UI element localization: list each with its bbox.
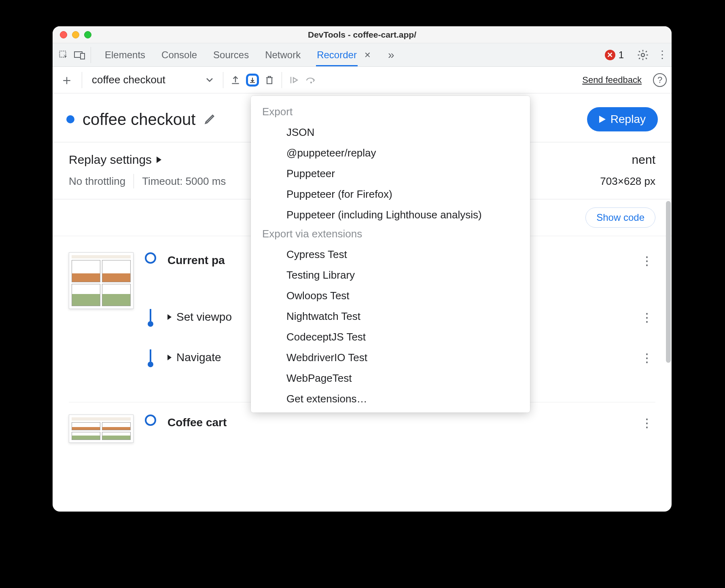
export-puppeteer[interactable]: Puppeteer xyxy=(251,163,530,184)
recording-title: coffee checkout xyxy=(83,110,195,129)
timeline-node-icon xyxy=(145,415,156,426)
replay-button[interactable]: Replay xyxy=(587,107,658,131)
export-ext-header: Export via extensions xyxy=(251,225,530,244)
delete-button[interactable] xyxy=(263,74,276,87)
tab-recorder[interactable]: Recorder xyxy=(316,44,358,66)
step-thumbnail xyxy=(69,415,134,443)
export-json[interactable]: JSON xyxy=(251,122,530,143)
more-tabs-icon[interactable]: » xyxy=(388,49,394,61)
window-title: DevTools - coffee-cart.app/ xyxy=(53,30,672,40)
svg-point-4 xyxy=(310,81,312,83)
step-label[interactable]: Current pa xyxy=(167,254,225,267)
import-button[interactable] xyxy=(229,74,242,87)
environment-label: nent xyxy=(632,153,655,167)
viewport-value: 703×628 px xyxy=(600,175,655,188)
step-menu-icon[interactable]: ⋮ xyxy=(641,416,655,430)
chevron-right-icon xyxy=(157,157,161,163)
expand-icon xyxy=(167,314,172,320)
replay-settings-toggle[interactable]: Replay settings xyxy=(69,153,161,167)
play-slow-button[interactable] xyxy=(288,74,301,87)
export-cypress[interactable]: Cypress Test xyxy=(251,244,530,265)
export-owloops[interactable]: Owloops Test xyxy=(251,286,530,306)
timeout-value: Timeout: 5000 ms xyxy=(142,175,226,188)
export-puppeteer-replay[interactable]: @puppeteer/replay xyxy=(251,143,530,163)
export-dropdown: Export JSON @puppeteer/replay Puppeteer … xyxy=(251,96,530,412)
titlebar: DevTools - coffee-cart.app/ xyxy=(53,26,672,43)
status-dot-icon xyxy=(66,115,74,123)
tab-sources[interactable]: Sources xyxy=(212,44,250,66)
settings-icon[interactable] xyxy=(637,49,649,61)
export-puppeteer-firefox[interactable]: Puppeteer (for Firefox) xyxy=(251,184,530,205)
svg-point-3 xyxy=(641,53,644,57)
edit-title-icon[interactable] xyxy=(204,113,216,125)
step-over-button[interactable] xyxy=(305,74,318,87)
recording-select-value: coffee checkout xyxy=(92,74,165,86)
tab-console[interactable]: Console xyxy=(161,44,198,66)
tabs-list: Elements Console Sources Network Recorde… xyxy=(104,44,394,66)
close-tab-icon[interactable]: ✕ xyxy=(364,50,371,60)
replay-settings-label: Replay settings xyxy=(69,153,152,167)
help-icon[interactable]: ? xyxy=(653,73,667,87)
scrollbar[interactable] xyxy=(666,201,671,363)
step-label[interactable]: Coffee cart xyxy=(167,416,227,429)
export-header: Export xyxy=(251,103,530,122)
more-menu-icon[interactable]: ⋮ xyxy=(657,49,668,61)
step-coffee-cart: Coffee cart ⋮ xyxy=(69,415,655,463)
throttling-value: No throttling xyxy=(69,175,125,188)
device-toggle-icon[interactable] xyxy=(73,48,87,62)
tab-elements[interactable]: Elements xyxy=(104,44,146,66)
tab-network[interactable]: Network xyxy=(264,44,301,66)
play-icon xyxy=(599,116,606,123)
export-puppeteer-lighthouse[interactable]: Puppeteer (including Lighthouse analysis… xyxy=(251,205,530,225)
export-webpagetest[interactable]: WebPageTest xyxy=(251,368,530,389)
show-code-button[interactable]: Show code xyxy=(585,207,655,228)
timeline-node-icon xyxy=(145,252,156,264)
error-badge[interactable]: ✕ 1 xyxy=(605,49,624,61)
step-menu-icon[interactable]: ⋮ xyxy=(641,351,655,365)
recording-select[interactable]: coffee checkout xyxy=(88,74,217,86)
step-menu-icon[interactable]: ⋮ xyxy=(641,310,655,324)
send-feedback-link[interactable]: Send feedback xyxy=(582,75,642,85)
export-testing-library[interactable]: Testing Library xyxy=(251,265,530,286)
step-label[interactable]: Navigate xyxy=(167,351,221,364)
timeline-subnode-icon xyxy=(148,321,153,327)
step-label[interactable]: Set viewpo xyxy=(167,311,232,324)
export-codeceptjs[interactable]: CodeceptJS Test xyxy=(251,327,530,347)
recorder-toolbar: ＋ coffee checkout Send feedback ? xyxy=(53,67,672,93)
export-webdriverio[interactable]: WebdriverIO Test xyxy=(251,347,530,368)
timeline-subnode-icon xyxy=(148,362,153,367)
step-menu-icon[interactable]: ⋮ xyxy=(641,254,655,268)
devtools-tabs: Elements Console Sources Network Recorde… xyxy=(53,43,672,67)
export-nightwatch[interactable]: Nightwatch Test xyxy=(251,306,530,327)
expand-icon xyxy=(167,355,172,360)
devtools-window: DevTools - coffee-cart.app/ Elements Con… xyxy=(53,26,672,512)
export-get-extensions[interactable]: Get extensions… xyxy=(251,389,530,409)
chevron-down-icon xyxy=(206,78,213,82)
inspect-icon[interactable] xyxy=(57,48,70,62)
replay-label: Replay xyxy=(611,113,646,126)
new-recording-button[interactable]: ＋ xyxy=(57,71,76,89)
export-button[interactable] xyxy=(246,74,259,87)
svg-rect-2 xyxy=(81,53,85,59)
error-count: 1 xyxy=(619,49,624,61)
error-icon: ✕ xyxy=(605,50,615,60)
step-thumbnail xyxy=(69,252,134,309)
